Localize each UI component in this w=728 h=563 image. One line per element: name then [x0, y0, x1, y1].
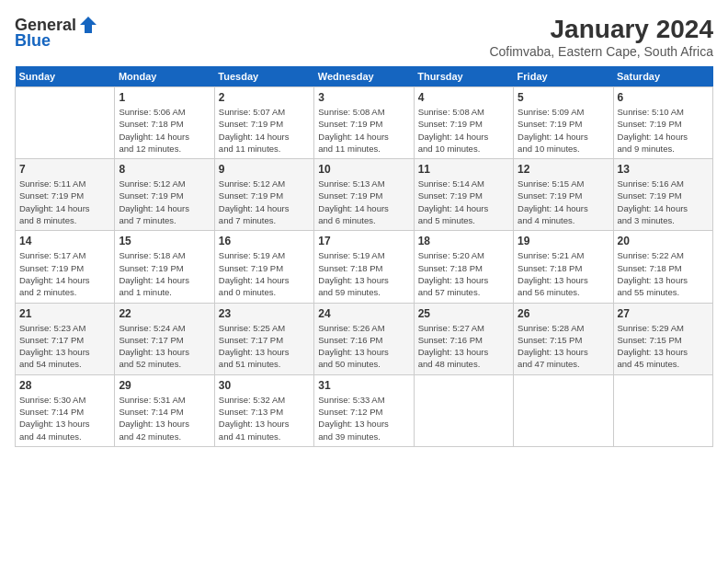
day-number: 22	[119, 307, 210, 320]
day-info: Sunrise: 5:32 AM Sunset: 7:13 PM Dayligh…	[219, 394, 310, 442]
day-number: 20	[618, 235, 709, 247]
calendar-day-cell: 2Sunrise: 5:07 AM Sunset: 7:19 PM Daylig…	[214, 87, 313, 159]
day-info: Sunrise: 5:23 AM Sunset: 7:17 PM Dayligh…	[19, 322, 110, 371]
weekday-header-row: SundayMondayTuesdayWednesdayThursdayFrid…	[16, 66, 713, 87]
weekday-header: Tuesday	[214, 66, 313, 87]
day-info: Sunrise: 5:16 AM Sunset: 7:19 PM Dayligh…	[618, 178, 709, 226]
day-info: Sunrise: 5:24 AM Sunset: 7:17 PM Dayligh…	[119, 322, 210, 371]
day-info: Sunrise: 5:21 AM Sunset: 7:18 PM Dayligh…	[518, 249, 609, 298]
calendar-day-cell: 19Sunrise: 5:21 AM Sunset: 7:18 PM Dayli…	[514, 231, 613, 303]
calendar-week-row: 21Sunrise: 5:23 AM Sunset: 7:17 PM Dayli…	[16, 303, 713, 374]
calendar-week-row: 7Sunrise: 5:11 AM Sunset: 7:19 PM Daylig…	[16, 159, 713, 231]
weekday-header: Friday	[514, 66, 613, 87]
calendar-day-cell: 24Sunrise: 5:26 AM Sunset: 7:16 PM Dayli…	[314, 303, 414, 374]
calendar-day-cell: 9Sunrise: 5:12 AM Sunset: 7:19 PM Daylig…	[214, 159, 313, 231]
calendar-table: SundayMondayTuesdayWednesdayThursdayFrid…	[15, 66, 713, 447]
day-number: 8	[119, 163, 210, 176]
day-number: 10	[318, 163, 409, 176]
calendar-day-cell	[613, 374, 712, 446]
calendar-title: January 2024	[489, 15, 713, 44]
day-number: 26	[518, 307, 609, 320]
calendar-day-cell: 22Sunrise: 5:24 AM Sunset: 7:17 PM Dayli…	[115, 303, 214, 374]
logo: General Blue	[15, 15, 98, 51]
calendar-day-cell: 16Sunrise: 5:19 AM Sunset: 7:19 PM Dayli…	[214, 231, 313, 303]
calendar-week-row: 14Sunrise: 5:17 AM Sunset: 7:19 PM Dayli…	[16, 231, 713, 303]
day-info: Sunrise: 5:14 AM Sunset: 7:19 PM Dayligh…	[418, 178, 509, 226]
calendar-day-cell: 3Sunrise: 5:08 AM Sunset: 7:19 PM Daylig…	[314, 87, 414, 159]
calendar-day-cell: 11Sunrise: 5:14 AM Sunset: 7:19 PM Dayli…	[414, 159, 513, 231]
day-info: Sunrise: 5:12 AM Sunset: 7:19 PM Dayligh…	[219, 178, 310, 226]
calendar-day-cell	[514, 374, 613, 446]
day-number: 15	[119, 235, 210, 247]
day-number: 14	[19, 235, 110, 247]
page-header: General Blue January 2024 Cofimvaba, Eas…	[15, 15, 713, 59]
logo-text-blue: Blue	[15, 31, 51, 51]
day-info: Sunrise: 5:08 AM Sunset: 7:19 PM Dayligh…	[318, 106, 409, 155]
calendar-week-row: 28Sunrise: 5:30 AM Sunset: 7:14 PM Dayli…	[16, 374, 713, 446]
weekday-header: Monday	[115, 66, 214, 87]
day-number: 6	[618, 91, 709, 104]
calendar-day-cell: 25Sunrise: 5:27 AM Sunset: 7:16 PM Dayli…	[414, 303, 513, 374]
day-info: Sunrise: 5:30 AM Sunset: 7:14 PM Dayligh…	[19, 394, 110, 442]
day-number: 3	[318, 91, 409, 104]
day-number: 13	[618, 163, 709, 176]
calendar-day-cell: 23Sunrise: 5:25 AM Sunset: 7:17 PM Dayli…	[214, 303, 313, 374]
calendar-day-cell: 17Sunrise: 5:19 AM Sunset: 7:18 PM Dayli…	[314, 231, 414, 303]
calendar-day-cell: 31Sunrise: 5:33 AM Sunset: 7:12 PM Dayli…	[314, 374, 414, 446]
day-info: Sunrise: 5:27 AM Sunset: 7:16 PM Dayligh…	[418, 322, 509, 371]
day-info: Sunrise: 5:08 AM Sunset: 7:19 PM Dayligh…	[418, 106, 509, 155]
day-info: Sunrise: 5:12 AM Sunset: 7:19 PM Dayligh…	[119, 178, 210, 226]
day-number: 2	[219, 91, 310, 104]
day-info: Sunrise: 5:11 AM Sunset: 7:19 PM Dayligh…	[19, 178, 110, 226]
day-info: Sunrise: 5:13 AM Sunset: 7:19 PM Dayligh…	[318, 178, 409, 226]
day-number: 9	[219, 163, 310, 176]
calendar-day-cell	[16, 87, 115, 159]
day-info: Sunrise: 5:22 AM Sunset: 7:18 PM Dayligh…	[618, 249, 709, 298]
calendar-day-cell: 27Sunrise: 5:29 AM Sunset: 7:15 PM Dayli…	[613, 303, 712, 374]
weekday-header: Wednesday	[314, 66, 414, 87]
day-number: 17	[318, 235, 409, 247]
day-number: 30	[219, 379, 310, 392]
day-info: Sunrise: 5:20 AM Sunset: 7:18 PM Dayligh…	[418, 249, 509, 298]
weekday-header: Thursday	[414, 66, 513, 87]
day-number: 18	[418, 235, 509, 247]
day-info: Sunrise: 5:25 AM Sunset: 7:17 PM Dayligh…	[219, 322, 310, 371]
day-number: 27	[618, 307, 709, 320]
day-info: Sunrise: 5:19 AM Sunset: 7:18 PM Dayligh…	[318, 249, 409, 298]
day-info: Sunrise: 5:17 AM Sunset: 7:19 PM Dayligh…	[19, 249, 110, 298]
calendar-day-cell: 7Sunrise: 5:11 AM Sunset: 7:19 PM Daylig…	[16, 159, 115, 231]
day-number: 29	[119, 379, 210, 392]
day-number: 28	[19, 379, 110, 392]
weekday-header: Sunday	[16, 66, 115, 87]
calendar-day-cell: 12Sunrise: 5:15 AM Sunset: 7:19 PM Dayli…	[514, 159, 613, 231]
day-number: 5	[518, 91, 609, 104]
day-number: 25	[418, 307, 509, 320]
day-info: Sunrise: 5:33 AM Sunset: 7:12 PM Dayligh…	[318, 394, 409, 442]
day-number: 23	[219, 307, 310, 320]
day-number: 11	[418, 163, 509, 176]
title-block: January 2024 Cofimvaba, Eastern Cape, So…	[489, 15, 713, 59]
calendar-day-cell: 13Sunrise: 5:16 AM Sunset: 7:19 PM Dayli…	[613, 159, 712, 231]
day-number: 7	[19, 163, 110, 176]
day-info: Sunrise: 5:09 AM Sunset: 7:19 PM Dayligh…	[518, 106, 609, 155]
day-number: 4	[418, 91, 509, 104]
calendar-day-cell: 21Sunrise: 5:23 AM Sunset: 7:17 PM Dayli…	[16, 303, 115, 374]
weekday-header: Saturday	[613, 66, 712, 87]
day-info: Sunrise: 5:10 AM Sunset: 7:19 PM Dayligh…	[618, 106, 709, 155]
calendar-day-cell: 4Sunrise: 5:08 AM Sunset: 7:19 PM Daylig…	[414, 87, 513, 159]
calendar-day-cell: 14Sunrise: 5:17 AM Sunset: 7:19 PM Dayli…	[16, 231, 115, 303]
day-number: 1	[119, 91, 210, 104]
day-number: 31	[318, 379, 409, 392]
day-info: Sunrise: 5:26 AM Sunset: 7:16 PM Dayligh…	[318, 322, 409, 371]
day-info: Sunrise: 5:06 AM Sunset: 7:18 PM Dayligh…	[119, 106, 210, 155]
day-number: 16	[219, 235, 310, 247]
calendar-day-cell: 30Sunrise: 5:32 AM Sunset: 7:13 PM Dayli…	[214, 374, 313, 446]
day-number: 21	[19, 307, 110, 320]
calendar-day-cell: 5Sunrise: 5:09 AM Sunset: 7:19 PM Daylig…	[514, 87, 613, 159]
day-info: Sunrise: 5:29 AM Sunset: 7:15 PM Dayligh…	[618, 322, 709, 371]
day-info: Sunrise: 5:15 AM Sunset: 7:19 PM Dayligh…	[518, 178, 609, 226]
day-info: Sunrise: 5:31 AM Sunset: 7:14 PM Dayligh…	[119, 394, 210, 442]
calendar-day-cell	[414, 374, 513, 446]
logo-icon	[78, 15, 98, 35]
day-number: 19	[518, 235, 609, 247]
